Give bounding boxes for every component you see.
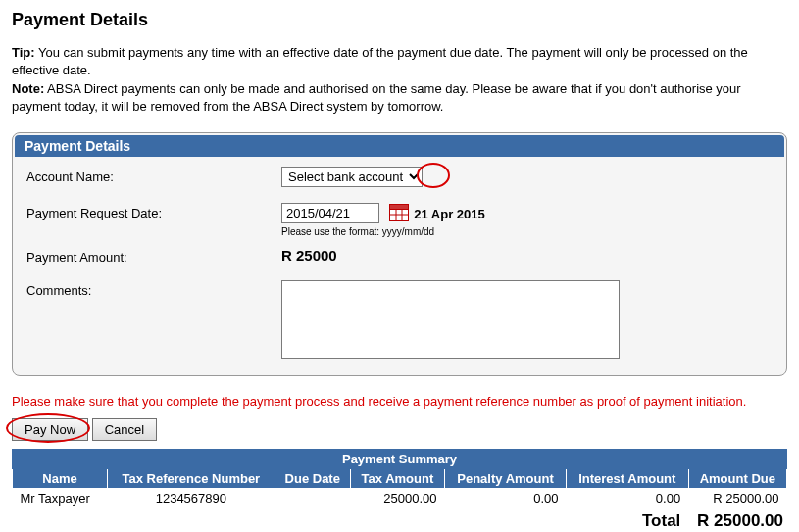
comments-row: Comments: [26,280,773,362]
request-date-row: Payment Request Date: 21 Apr 2015 Please… [26,203,773,237]
cell-tax-amount: 25000.00 [350,489,444,508]
col-tax-amount: Tax Amount [350,469,444,489]
col-penalty: Penalty Amount [445,469,567,489]
summary-title: Payment Summary [13,450,787,469]
comments-textarea[interactable] [281,280,620,359]
warning-text: Please make sure that you complete the p… [12,394,787,409]
summary-total-row: Total R 25000.00 [12,508,787,531]
payment-amount-row: Payment Amount: R 25000 [26,247,773,265]
payment-details-panel: Payment Details Account Name: Select ban… [12,132,787,376]
date-format-hint: Please use the format: yyyy/mm/dd [281,226,773,237]
col-amount-due: Amount Due [688,469,786,489]
summary-header-row: Name Tax Reference Number Due Date Tax A… [13,469,787,489]
button-row: Pay Now Cancel [12,418,787,441]
payment-summary-table: Payment Summary Name Tax Reference Numbe… [12,449,787,508]
pay-now-button[interactable]: Pay Now [12,418,88,441]
cell-name: Mr Taxpayer [13,489,108,508]
note-text: ABSA Direct payments can only be made an… [12,81,741,114]
cell-interest: 0.00 [566,489,688,508]
table-row: Mr Taxpayer 1234567890 25000.00 0.00 0.0… [13,489,787,508]
request-date-label: Payment Request Date: [26,203,281,220]
col-name: Name [13,469,108,489]
tip-label: Tip: [12,45,35,60]
cell-amount-due: R 25000.00 [688,489,786,508]
page-title: Payment Details [12,10,787,30]
payment-amount-label: Payment Amount: [26,247,281,265]
request-date-input[interactable] [281,203,379,223]
tip-text: You can submit payments any time with an… [12,45,748,77]
total-value: R 25000.00 [697,511,783,530]
cancel-button[interactable]: Cancel [92,418,157,441]
total-label: Total [642,511,680,530]
note-label: Note: [12,81,44,96]
col-tax-ref: Tax Reference Number [108,469,275,489]
cell-due-date [275,489,350,508]
calendar-icon[interactable] [389,204,409,224]
account-name-label: Account Name: [26,167,281,184]
panel-header: Payment Details [15,135,784,157]
intro-text: Tip: You can submit payments any time wi… [12,44,787,115]
svg-rect-1 [389,205,408,210]
cell-penalty: 0.00 [445,489,567,508]
comments-label: Comments: [26,280,281,298]
cell-tax-ref: 1234567890 [108,489,275,508]
account-name-select[interactable]: Select bank account [281,167,423,187]
col-interest: Interest Amount [566,469,688,489]
request-date-display: 21 Apr 2015 [414,207,485,221]
payment-amount-value: R 25000 [281,247,337,264]
account-name-row: Account Name: Select bank account [26,167,773,187]
col-due-date: Due Date [275,469,350,489]
